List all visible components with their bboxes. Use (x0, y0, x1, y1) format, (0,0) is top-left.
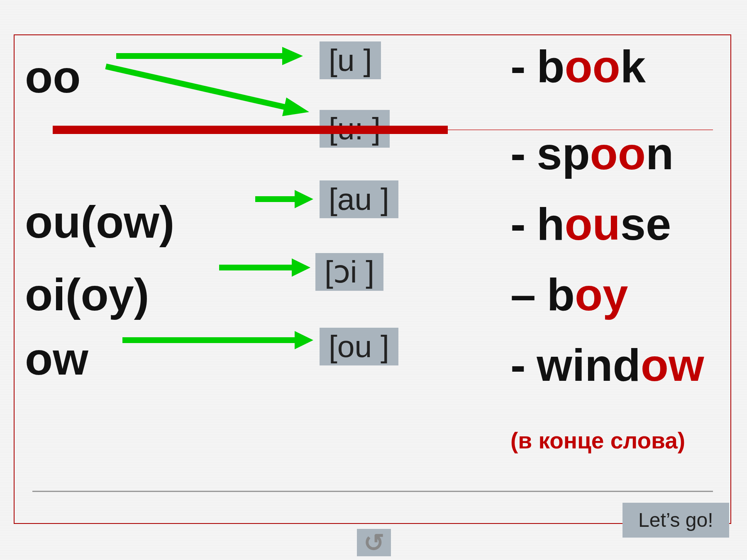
svg-marker-3 (282, 97, 309, 116)
word-highlight: oy (575, 269, 628, 320)
arrow-icon-oo-to-ulong (106, 62, 309, 120)
word-highlight: ou (564, 198, 620, 249)
word-highlight: oo (590, 128, 646, 179)
dash: – (510, 269, 547, 320)
phonetic-box-oi: [ɔi ] (315, 253, 383, 291)
dash: - (510, 339, 537, 390)
dash: - (510, 41, 537, 92)
phonetic-box-au: [au ] (320, 180, 398, 218)
example-book: - book (510, 44, 646, 89)
word-pre: sp (537, 128, 590, 179)
svg-marker-9 (295, 331, 313, 349)
letters-oo: oo (25, 54, 81, 100)
phonetic-box-ou: [ou ] (320, 328, 398, 365)
arrow-icon-ow-to-ou (122, 328, 313, 353)
word-highlight: ow (641, 339, 704, 390)
word-pre: b (547, 269, 575, 320)
svg-marker-5 (295, 190, 313, 208)
example-boy: – boy (510, 272, 628, 317)
letters-oi-oy: oi(oy) (25, 272, 149, 317)
arrow-icon-oi-to-oi (219, 255, 310, 280)
word-pre: h (537, 198, 564, 249)
svg-line-2 (106, 66, 288, 108)
slide-canvas: oo [u ] [u: ] - book - spoon ou(ow) [au … (0, 0, 747, 560)
word-pre: wind (537, 339, 641, 390)
word-post: n (646, 128, 674, 179)
example-window: - window (510, 342, 704, 388)
word-pre: b (537, 41, 564, 92)
return-icon[interactable]: ↺ (357, 529, 391, 556)
example-spoon: - spoon (510, 131, 674, 176)
letters-ou-ow: ou(ow) (25, 199, 174, 245)
phonetic-box-u-short: [u ] (320, 41, 381, 79)
letters-ow: ow (25, 336, 88, 382)
arrow-icon-ou-to-au (255, 187, 313, 212)
word-highlight: oo (564, 41, 620, 92)
example-house: - house (510, 201, 671, 247)
dash: - (510, 128, 537, 179)
lets-go-button[interactable]: Let’s go! (622, 503, 729, 538)
red-thin-line (55, 129, 713, 130)
word-post: k (620, 41, 646, 92)
note-text: (в конце слова) (510, 427, 685, 454)
word-post: se (620, 198, 671, 249)
svg-marker-7 (292, 258, 310, 277)
dash: - (510, 198, 537, 249)
grey-separator (32, 491, 713, 492)
